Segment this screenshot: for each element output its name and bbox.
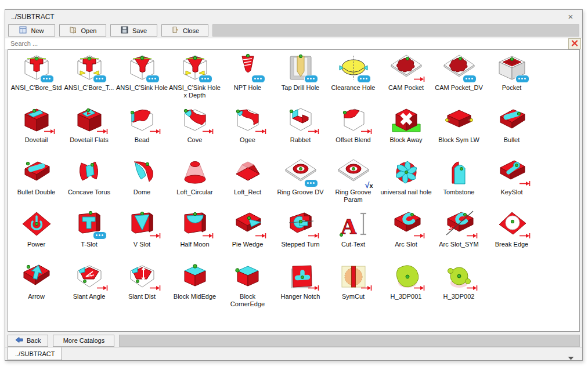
more-options-badge	[304, 75, 318, 83]
save-button[interactable]: Save	[110, 24, 157, 37]
catalog-item[interactable]: ANSI_C'Bore_T...	[63, 52, 116, 104]
close-button[interactable]: Close	[161, 24, 208, 37]
catalog-item-label: Slant Dist	[128, 293, 156, 300]
save-button-label: Save	[132, 27, 147, 34]
catalog-item-label: Loft_Rect	[234, 189, 261, 196]
tab-subtract[interactable]: ../SUBTRACT	[8, 347, 62, 360]
catalog-item[interactable]: Power	[10, 209, 63, 261]
catalog-item[interactable]: √xRing Groove Param	[327, 157, 380, 209]
catalog-item-label: Dome	[134, 189, 150, 196]
catalog-item-label: Ring Groove DV	[277, 189, 323, 196]
catalog-item[interactable]: H_3DP001	[380, 261, 432, 313]
more-options-badge	[40, 75, 54, 83]
catalog-item[interactable]: ACut-Text	[327, 209, 380, 261]
ogee-icon	[232, 105, 264, 136]
window-title: ../SUBTRACT	[11, 13, 565, 21]
catalog-item-label: Break Edge	[495, 241, 528, 248]
catalog-item[interactable]: Cove	[168, 104, 221, 157]
dimension-arrow-icon	[308, 283, 320, 293]
catalog-item[interactable]: Concave Torus	[63, 157, 116, 209]
window-close-icon[interactable]: ×	[565, 11, 576, 23]
catalog-item[interactable]: Dome	[116, 157, 168, 209]
dimension-arrow-icon	[466, 283, 479, 293]
catalog-item[interactable]: H_3DP002	[432, 261, 485, 313]
catalog-item[interactable]: ANSI_C'Sink Hole x Depth	[168, 52, 221, 104]
more-options-badge	[515, 75, 529, 83]
catalog-item[interactable]: KeySlot	[485, 157, 538, 209]
catalog-item-label: KeySlot	[501, 189, 523, 196]
catalog-item-label: Rabbet	[290, 136, 311, 144]
catalog-item[interactable]: Hanger Notch	[274, 261, 327, 313]
catalog-item-label: Arc Slot_SYM	[439, 241, 478, 248]
catalog-item[interactable]: Slant Dist	[116, 261, 168, 313]
catalog-item[interactable]: Clearance Hole	[327, 52, 380, 104]
pie-wedge-icon	[232, 209, 264, 241]
slant-dist-icon	[126, 262, 158, 293]
half-moon-icon	[179, 209, 211, 241]
catalog-item[interactable]: Arrow	[10, 261, 63, 313]
catalog-item[interactable]: Block Sym LW	[432, 104, 485, 157]
catalog-item[interactable]: Stepped Turn	[274, 209, 327, 261]
catalog-item[interactable]: NPT Hole	[221, 52, 274, 104]
new-icon	[19, 26, 27, 35]
catalog-item[interactable]: universal nail hole	[380, 157, 432, 209]
main-toolbar: New Open Save Close	[5, 24, 582, 38]
catalog-item-label: Bead	[135, 136, 150, 144]
catalog-item[interactable]: Tap Drill Hole	[274, 52, 327, 104]
catalog-item[interactable]: SymCut	[327, 261, 380, 313]
bullet-icon	[496, 105, 528, 136]
catalog-item[interactable]: Block Away	[380, 104, 432, 157]
catalog-item-label: Ring Groove Param	[327, 189, 379, 204]
catalog-item[interactable]: Rabbet	[274, 104, 327, 157]
catalog-item[interactable]: Tombstone	[432, 157, 485, 209]
more-options-badge	[93, 231, 107, 240]
clear-search-button[interactable]	[568, 38, 581, 49]
pocket-icon	[496, 53, 528, 84]
new-button[interactable]: New	[8, 24, 55, 37]
catalog-item[interactable]: Bullet Double	[10, 157, 63, 209]
concave-torus-icon	[73, 157, 106, 189]
catalog-item[interactable]: Slant Angle	[63, 261, 116, 313]
catalog-item[interactable]: CAM Pocket	[380, 52, 432, 104]
cove-icon	[179, 105, 211, 136]
catalog-item-label: Block MidEdge	[174, 293, 216, 300]
catalog-item-label: Block Away	[389, 136, 422, 144]
block-away-icon	[390, 105, 423, 136]
catalog-item[interactable]: Loft_Circular	[168, 157, 221, 209]
catalog-item[interactable]: Pie Wedge	[221, 209, 274, 261]
catalog-item[interactable]: Half Moon	[168, 209, 221, 261]
catalog-item[interactable]: Dovetail	[10, 104, 63, 157]
catalog-item[interactable]: Break Edge	[485, 209, 538, 261]
catalog-item[interactable]: ANSI_C'Bore_Std	[10, 52, 63, 104]
catalog-item[interactable]: Block MidEdge	[168, 261, 221, 313]
catalog-item[interactable]: V Slot	[116, 209, 168, 261]
open-button[interactable]: Open	[59, 24, 106, 37]
more-options-badge	[146, 75, 160, 83]
catalog-item[interactable]: Ring Groove DV	[274, 157, 327, 209]
dimension-arrow-icon	[413, 74, 426, 85]
symcut-icon	[337, 262, 370, 293]
catalog-item[interactable]: Offset Blend	[327, 104, 380, 157]
catalog-item[interactable]: Block CornerEdge	[221, 261, 274, 313]
catalog-item[interactable]: Loft_Rect	[221, 157, 274, 209]
more-catalogs-button[interactable]: More Catalogs	[53, 335, 114, 347]
dimension-arrow-icon	[96, 126, 109, 137]
catalog-item-label: Pie Wedge	[232, 241, 264, 248]
catalog-item[interactable]: Arc Slot_SYM	[432, 209, 485, 261]
search-input[interactable]	[5, 40, 568, 47]
catalog-item[interactable]: CAM Pocket_DV	[432, 52, 485, 104]
catalog-item[interactable]: Arc Slot	[380, 209, 432, 261]
back-button[interactable]: Back	[8, 335, 48, 347]
catalog-item[interactable]: Bullet	[485, 104, 538, 157]
dimension-arrow-icon	[44, 126, 56, 137]
dimension-arrow-icon	[360, 283, 373, 293]
catalog-item[interactable]: Bead	[116, 104, 168, 157]
catalog-item[interactable]: T-Slot	[63, 209, 116, 261]
catalog-item-label: ANSI_C'Bore_Std	[11, 84, 62, 92]
catalog-item[interactable]: Ogee	[221, 104, 274, 157]
catalog-item[interactable]: ANSI_C'Sink Hole	[116, 52, 168, 104]
tab-dropdown-icon[interactable]	[568, 352, 574, 363]
catalog-item[interactable]: Pocket	[485, 52, 538, 104]
open-button-label: Open	[81, 27, 97, 34]
catalog-item[interactable]: Dovetail Flats	[63, 104, 116, 157]
